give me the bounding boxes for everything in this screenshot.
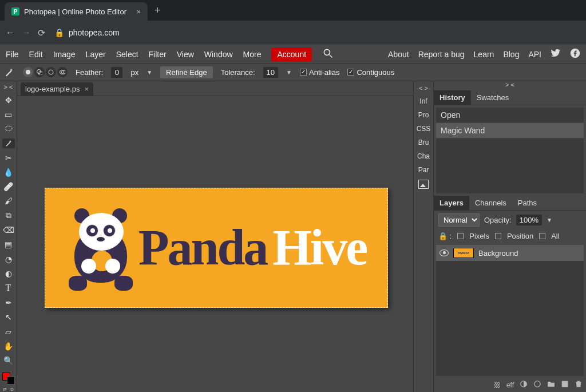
clone-tool-icon[interactable]: ⧉: [2, 211, 15, 220]
selection-new-icon[interactable]: [23, 67, 33, 77]
midpanel-collapse-icon[interactable]: < >: [419, 85, 428, 92]
reload-button[interactable]: ⟳: [38, 27, 45, 38]
shape-tool-icon[interactable]: ▱: [2, 327, 15, 336]
color-swatch[interactable]: [2, 373, 15, 382]
hand-tool-icon[interactable]: ✋: [2, 341, 15, 351]
link-learn[interactable]: Learn: [474, 50, 494, 59]
lock-pixels-checkbox[interactable]: [457, 233, 464, 239]
panel-properties[interactable]: Pro: [418, 111, 429, 119]
move-tool-icon[interactable]: ✥: [2, 95, 15, 105]
menu-more[interactable]: More: [243, 50, 262, 59]
layer-thumbnail[interactable]: PANDA: [453, 248, 474, 258]
canvas[interactable]: Panda Hive: [45, 188, 388, 308]
account-button[interactable]: Account: [271, 47, 312, 61]
menu-filter[interactable]: Filter: [149, 50, 167, 59]
eyedropper-tool-icon[interactable]: 💧: [2, 167, 15, 177]
adjustment-layer-icon[interactable]: [533, 380, 541, 390]
tab-paths[interactable]: Paths: [512, 196, 543, 210]
tolerance-dropdown-icon[interactable]: ▼: [286, 69, 292, 76]
lock-all-checkbox[interactable]: [539, 233, 545, 239]
path-select-tool-icon[interactable]: ↖: [2, 312, 15, 322]
layer-row[interactable]: PANDA Background: [436, 245, 584, 261]
tab-strip: P Photopea | Online Photo Editor × +: [0, 0, 586, 21]
history-item-magic-wand[interactable]: Magic Wand: [436, 123, 584, 138]
close-document-icon[interactable]: ×: [84, 85, 89, 93]
feather-dropdown-icon[interactable]: ▼: [146, 69, 152, 76]
panel-character[interactable]: Cha: [417, 152, 430, 160]
layer-name[interactable]: Background: [478, 249, 518, 258]
delete-layer-icon[interactable]: [575, 380, 583, 390]
menu-image[interactable]: Image: [53, 50, 76, 59]
brush-tool-icon[interactable]: 🖌: [2, 196, 15, 206]
anti-alias-checkbox[interactable]: Anti-alias: [300, 68, 339, 77]
link-layers-icon[interactable]: ⛓: [494, 381, 501, 389]
menu-file[interactable]: File: [6, 50, 19, 59]
menu-edit[interactable]: Edit: [29, 50, 43, 59]
gradient-tool-icon[interactable]: ▤: [2, 240, 15, 250]
opacity-input[interactable]: 100%: [516, 215, 542, 225]
opacity-dropdown-icon[interactable]: ▼: [547, 217, 552, 223]
tab-swatches[interactable]: Swatches: [471, 90, 514, 105]
panel-brush[interactable]: Bru: [418, 138, 429, 146]
lock-position-checkbox[interactable]: [495, 233, 501, 239]
facebook-icon[interactable]: [570, 48, 580, 60]
url-bar[interactable]: 🔒 photopea.com: [54, 28, 120, 37]
history-list: Open Magic Wand: [436, 108, 584, 193]
type-tool-icon[interactable]: T: [2, 283, 15, 293]
swatch-toggle-icon[interactable]: ⇄D: [3, 387, 13, 392]
contiguous-checkbox[interactable]: Contiguous: [347, 68, 394, 77]
feather-input[interactable]: 0: [111, 67, 122, 78]
new-layer-icon[interactable]: [561, 380, 569, 390]
canvas-stage[interactable]: Panda Hive: [17, 96, 413, 392]
tab-history[interactable]: History: [434, 90, 471, 105]
history-panel-tabs: History Swatches: [434, 90, 586, 105]
magic-wand-tool-icon[interactable]: [2, 138, 15, 148]
panel-image-icon[interactable]: [418, 180, 429, 191]
blend-mode-select[interactable]: Normal: [438, 213, 480, 227]
healing-tool-icon[interactable]: 🩹: [2, 182, 15, 192]
menu-bar: File Edit Image Layer Select Filter View…: [0, 45, 586, 63]
lasso-tool-icon[interactable]: [2, 124, 15, 134]
link-report-bug[interactable]: Report a bug: [418, 50, 465, 59]
search-icon[interactable]: [322, 47, 334, 61]
new-tab-button[interactable]: +: [155, 5, 161, 17]
close-tab-icon[interactable]: ×: [136, 7, 141, 16]
tab-layers[interactable]: Layers: [434, 196, 469, 210]
tolerance-input[interactable]: 10: [263, 67, 278, 78]
refine-edge-button[interactable]: Refine Edge: [160, 66, 213, 78]
selection-subtract-icon[interactable]: [46, 67, 56, 77]
link-about[interactable]: About: [388, 50, 409, 59]
crop-tool-icon[interactable]: ✂: [2, 153, 15, 163]
menu-select[interactable]: Select: [116, 50, 138, 59]
document-tab[interactable]: logo-example.ps ×: [21, 82, 93, 96]
marquee-tool-icon[interactable]: ▭: [2, 109, 15, 119]
browser-tab[interactable]: P Photopea | Online Photo Editor ×: [5, 2, 148, 21]
eraser-tool-icon[interactable]: ⌫: [2, 225, 15, 235]
panel-paragraph[interactable]: Par: [418, 166, 429, 174]
twitter-icon[interactable]: [551, 48, 561, 60]
history-item-open[interactable]: Open: [436, 108, 584, 123]
selection-add-icon[interactable]: [34, 67, 45, 77]
panel-css[interactable]: CSS: [417, 125, 431, 133]
forward-button[interactable]: →: [22, 27, 31, 38]
toolbar-collapse-icon[interactable]: > <: [4, 84, 13, 90]
rightpanel-collapse-icon[interactable]: > <: [434, 81, 586, 90]
menu-window[interactable]: Window: [204, 50, 233, 59]
tab-channels[interactable]: Channels: [469, 196, 512, 210]
new-folder-icon[interactable]: [547, 380, 555, 390]
menu-layer[interactable]: Layer: [86, 50, 106, 59]
zoom-tool-icon[interactable]: 🔍: [2, 356, 15, 366]
layer-mask-icon[interactable]: [520, 380, 528, 390]
blur-tool-icon[interactable]: ◔: [2, 254, 15, 264]
panel-info[interactable]: Inf: [419, 97, 427, 105]
link-blog[interactable]: Blog: [503, 50, 519, 59]
layer-visibility-icon[interactable]: [440, 250, 449, 256]
selection-intersect-icon[interactable]: [57, 67, 68, 77]
tab-title: Photopea | Online Photo Editor: [24, 7, 126, 16]
back-button[interactable]: ←: [6, 27, 15, 38]
menu-view[interactable]: View: [177, 50, 194, 59]
dodge-tool-icon[interactable]: ◐: [2, 268, 15, 278]
pen-tool-icon[interactable]: ✒: [2, 298, 15, 307]
layer-effects-button[interactable]: eff: [506, 381, 514, 389]
link-api[interactable]: API: [528, 50, 541, 59]
